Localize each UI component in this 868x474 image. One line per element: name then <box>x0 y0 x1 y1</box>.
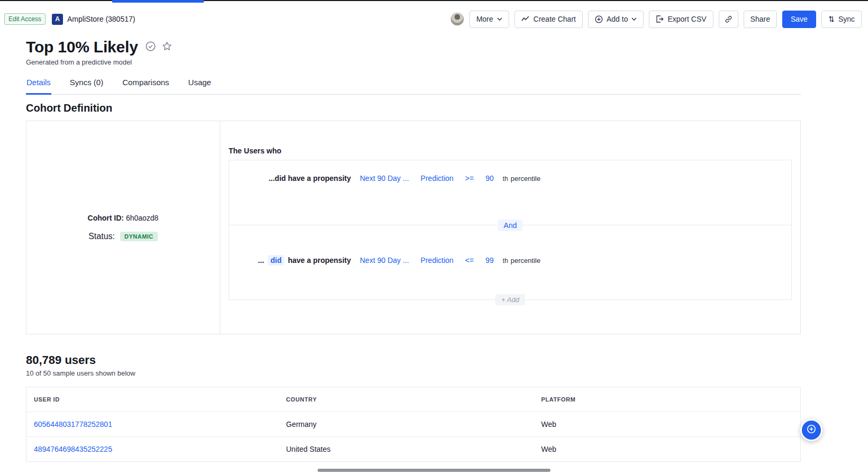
chevron-down-icon <box>631 17 637 21</box>
share-label: Share <box>751 15 770 23</box>
clause1-operator-select[interactable]: >= <box>463 173 476 184</box>
clause1-suffix: percentile <box>511 175 540 183</box>
platform-cell: Web <box>534 437 801 462</box>
horizontal-scrollbar-thumb[interactable] <box>318 469 550 472</box>
col-header-country: COUNTRY <box>279 387 534 412</box>
tab-details[interactable]: Details <box>26 73 51 95</box>
platform-cell: Web <box>534 412 801 437</box>
clause1-value-input[interactable]: 90 <box>483 173 496 184</box>
status-label: Status: <box>88 232 115 241</box>
clause-row-1-container: ...did have a propensity Next 90 Day ...… <box>229 160 791 225</box>
clause-row-2-container: ... did have a propensity Next 90 Day ..… <box>229 225 791 266</box>
page-title: Top 10% Likely <box>26 38 138 56</box>
plus-circle-icon <box>595 15 603 23</box>
add-to-button[interactable]: Add to <box>588 11 644 28</box>
clause-row-2: ... did have a propensity Next 90 Day ..… <box>229 225 791 266</box>
cohort-id-line: Cohort ID: 6h0aozd8 <box>88 214 159 222</box>
cohort-definition-heading: Cohort Definition <box>26 102 112 114</box>
table-row: 6056448031778252801 Germany Web <box>26 412 801 437</box>
users-count-heading: 80,789 users <box>26 353 96 367</box>
workspace-name: AmpliStore (380517) <box>67 15 135 23</box>
verified-check-icon[interactable] <box>146 41 156 53</box>
chevron-down-icon <box>497 17 502 21</box>
workspace-switcher[interactable]: A AmpliStore (380517) <box>52 14 135 25</box>
cohort-meta-column: Cohort ID: 6h0aozd8 Status: DYNAMIC <box>26 121 220 334</box>
clause2-prefix: have a propensity <box>288 256 351 265</box>
export-csv-button[interactable]: Export CSV <box>649 11 713 28</box>
save-button[interactable]: Save <box>782 11 816 28</box>
table-row: 4894764698435252225 United States Web <box>26 437 801 462</box>
app-header: Edit Access A AmpliStore (380517) More C… <box>0 4 868 34</box>
clause2-verb-select[interactable]: did <box>268 255 284 266</box>
header-left: Edit Access A AmpliStore (380517) <box>4 13 135 25</box>
edit-access-badge: Edit Access <box>4 13 46 25</box>
sample-users-table: USER ID COUNTRY PLATFORM 605644803177825… <box>26 387 801 462</box>
user-id-link[interactable]: 6056448031778252801 <box>34 420 112 429</box>
top-loading-bar <box>112 0 204 3</box>
page-subtitle: Generated from a predictive model <box>26 58 132 66</box>
clause1-unit: th <box>503 175 508 183</box>
link-icon <box>725 15 733 23</box>
clause1-kind-select[interactable]: Prediction <box>418 173 456 184</box>
clause1-property-select[interactable]: Next 90 Day ... <box>357 173 412 184</box>
status-badge: DYNAMIC <box>120 232 158 241</box>
and-connector[interactable]: And <box>498 220 523 231</box>
create-chart-button[interactable]: Create Chart <box>514 11 583 28</box>
create-chart-label: Create Chart <box>534 15 576 23</box>
sync-arrows-icon <box>828 15 835 23</box>
clause2-unit: th <box>503 257 508 265</box>
cohort-id-label: Cohort ID: <box>88 214 124 222</box>
cohort-id-value: 6h0aozd8 <box>126 214 159 222</box>
export-csv-label: Export CSV <box>667 15 706 23</box>
country-cell: United States <box>279 437 534 462</box>
share-button[interactable]: Share <box>744 11 777 28</box>
title-row: Top 10% Likely <box>26 38 172 56</box>
cohort-details-page: Edit Access A AmpliStore (380517) More C… <box>0 0 868 474</box>
user-id-link[interactable]: 4894764698435252225 <box>34 445 112 453</box>
add-to-label: Add to <box>607 15 628 23</box>
tab-syncs[interactable]: Syncs (0) <box>69 73 104 95</box>
more-label: More <box>476 15 493 23</box>
more-button[interactable]: More <box>469 11 509 28</box>
cohort-definition-panel: Cohort ID: 6h0aozd8 Status: DYNAMIC The … <box>26 121 801 334</box>
country-cell: Germany <box>279 412 534 437</box>
assistant-fab[interactable] <box>800 419 822 441</box>
clause2-kind-select[interactable]: Prediction <box>418 255 456 266</box>
clause-box: ...did have a propensity Next 90 Day ...… <box>229 160 792 300</box>
header-actions: More Create Chart Add to Export CSV Shar… <box>450 11 862 28</box>
sync-button[interactable]: Sync <box>821 11 862 28</box>
tab-bar: Details Syncs (0) Comparisons Usage <box>26 73 801 95</box>
add-clause-button[interactable]: + Add <box>495 294 525 305</box>
clause1-prefix: ...did have a propensity <box>268 174 351 183</box>
clause-row-1: ...did have a propensity Next 90 Day ...… <box>229 160 791 184</box>
clause2-suffix: percentile <box>511 257 540 265</box>
sync-label: Sync <box>838 15 855 23</box>
user-avatar[interactable] <box>450 12 464 26</box>
users-who-label: The Users who <box>229 147 792 155</box>
assistant-icon <box>806 424 817 436</box>
clause2-value-input[interactable]: 99 <box>483 255 496 266</box>
status-line: Status: DYNAMIC <box>88 232 158 241</box>
clause2-property-select[interactable]: Next 90 Day ... <box>357 255 412 266</box>
star-icon[interactable] <box>162 41 172 53</box>
clause2-dots: ... <box>258 256 264 265</box>
definition-builder-column: The Users who ...did have a propensity N… <box>220 121 800 334</box>
line-chart-icon <box>521 16 530 22</box>
tab-comparisons[interactable]: Comparisons <box>122 73 169 95</box>
export-icon <box>656 15 664 23</box>
table-header-row: USER ID COUNTRY PLATFORM <box>26 387 801 412</box>
col-header-user-id: USER ID <box>26 387 279 412</box>
save-label: Save <box>791 15 808 23</box>
users-sample-note: 10 of 50 sample users shown below <box>26 369 135 377</box>
col-header-platform: PLATFORM <box>534 387 801 412</box>
copy-link-button[interactable] <box>719 11 738 28</box>
tab-usage[interactable]: Usage <box>188 73 212 95</box>
workspace-avatar: A <box>52 14 63 25</box>
clause2-operator-select[interactable]: <= <box>463 255 476 266</box>
